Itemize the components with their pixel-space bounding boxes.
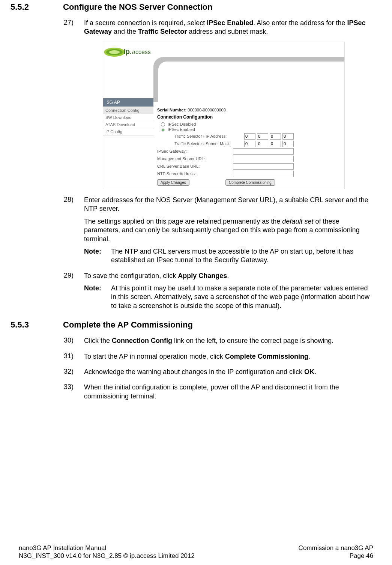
text: address and subnet mask. xyxy=(187,28,268,35)
text-bold: OK xyxy=(304,368,314,376)
radio-ipsec-enabled-row: IPSec Enabled xyxy=(161,127,341,132)
ts-mask-octet-4[interactable] xyxy=(282,141,294,147)
config-header: Connection Configuration xyxy=(157,114,341,120)
radio-ipsec-enabled[interactable] xyxy=(161,128,165,132)
sidebar: Connection Config SW Download ATAS Downl… xyxy=(103,107,153,189)
radio-ipsec-disabled-row: IPSec Disabled xyxy=(161,122,341,127)
ts-ip-octet-4[interactable] xyxy=(282,133,294,140)
step-27: 27) If a secure connection is required, … xyxy=(64,19,373,36)
ts-mask-label: Traffic Selector - Subnet Mask: xyxy=(174,141,244,146)
section-number: 5.5.2 xyxy=(11,2,63,12)
text-bold: IPSec Enabled xyxy=(207,19,253,27)
text-italic: default set xyxy=(282,218,313,225)
section-5-5-3-heading: 5.5.3 Complete the AP Commissioning xyxy=(11,320,373,330)
step-text: When the initial configuration is comple… xyxy=(84,383,373,401)
note-label: Note: xyxy=(84,284,111,310)
footer-manual-title: nano3G AP Installation Manual xyxy=(19,544,195,552)
step-text: Acknowledge the warning about changes in… xyxy=(84,368,373,376)
ts-mask-octet-2[interactable] xyxy=(257,141,268,147)
step-29: 29) To save the configuration, click App… xyxy=(64,272,373,280)
footer-copyright: N3G_INST_300 v14.0 for N3G_2.85 © ip.acc… xyxy=(19,552,195,560)
step-text: To save the configuration, click Apply C… xyxy=(84,272,373,280)
svg-text:access: access xyxy=(132,49,151,55)
step-text: Enter addresses for the NOS Server (Mana… xyxy=(84,196,373,213)
text-bold: Complete Commissioning xyxy=(225,353,308,360)
serial-label: Serial Number: xyxy=(157,108,186,112)
mgmt-url-input[interactable] xyxy=(233,156,294,162)
serial-value: 000000-0000000000 xyxy=(188,108,226,112)
serial-number-row: Serial Number: 000000-0000000000 xyxy=(157,108,341,112)
config-ui-screenshot: ip. access 3G AP Connection Config SW Do… xyxy=(103,42,345,189)
text: . xyxy=(227,272,229,279)
step-number: 30) xyxy=(64,337,84,345)
text: Acknowledge the warning about changes in… xyxy=(84,368,304,376)
note-1: Note: The NTP and CRL servers must be ac… xyxy=(84,247,373,265)
mgmt-url-label: Management Server URL: xyxy=(157,156,233,161)
crl-url-label: CRL Server Base URL: xyxy=(157,164,233,168)
section-5-5-2-heading: 5.5.2 Configure the NOS Server Connectio… xyxy=(11,2,373,12)
radio-ipsec-disabled-label: IPSec Disabled xyxy=(168,122,196,126)
step-number: 33) xyxy=(64,383,84,401)
text: To save the configuration, click xyxy=(84,272,178,279)
step-31: 31) To start the AP in normal operation … xyxy=(64,352,373,361)
note-label: Note: xyxy=(84,247,111,265)
radio-ipsec-enabled-label: IPSec Enabled xyxy=(168,127,195,132)
tab-3g-ap[interactable]: 3G AP xyxy=(103,98,153,107)
step-28-para: The settings applied on this page are re… xyxy=(84,217,373,243)
ts-mask-octet-1[interactable] xyxy=(244,141,255,147)
ipsec-gateway-label: IPSec Gateway: xyxy=(157,149,233,153)
header-curve-white xyxy=(158,62,344,107)
ts-ip-octet-2[interactable] xyxy=(257,133,268,140)
sidebar-item-sw-download[interactable]: SW Download xyxy=(103,114,153,121)
ts-ip-octet-3[interactable] xyxy=(270,133,281,140)
section-title: Configure the NOS Server Connection xyxy=(63,2,213,12)
radio-ipsec-disabled[interactable] xyxy=(161,122,165,126)
note-2: Note: At this point it may be useful to … xyxy=(84,284,373,310)
ui-header: ip. access 3G AP xyxy=(103,42,344,68)
ts-mask-octet-3[interactable] xyxy=(270,141,281,147)
note-body: The NTP and CRL servers must be accessib… xyxy=(111,247,373,265)
text-bold: Traffic Selector xyxy=(138,28,187,35)
crl-url-row: CRL Server Base URL: xyxy=(157,163,341,170)
note-body: At this point it may be useful to make a… xyxy=(111,284,373,310)
svg-point-2 xyxy=(109,50,120,54)
text: If a secure connection is required, sele… xyxy=(84,19,207,27)
ntp-input[interactable] xyxy=(233,171,294,177)
step-number: 32) xyxy=(64,368,84,376)
footer-page: Page 46 xyxy=(299,552,373,560)
main-panel: Serial Number: 000000-0000000000 Connect… xyxy=(153,107,344,189)
sidebar-item-atas-download[interactable]: ATAS Download xyxy=(103,121,153,128)
text: . Also enter the address for the xyxy=(253,19,347,27)
button-row: Apply Changes Complete Commissioning xyxy=(157,179,341,186)
text: . xyxy=(314,368,316,376)
ts-ip-octet-1[interactable] xyxy=(244,133,255,140)
text: The settings applied on this page are re… xyxy=(84,218,282,225)
text: Click the xyxy=(84,337,112,344)
step-text: If a secure connection is required, sele… xyxy=(84,19,373,36)
apply-changes-button[interactable]: Apply Changes xyxy=(157,179,189,186)
text: . xyxy=(308,353,310,360)
step-text: To start the AP in normal operation mode… xyxy=(84,352,373,361)
sidebar-item-connection-config[interactable]: Connection Config xyxy=(103,107,153,114)
footer-section: Commission a nano3G AP xyxy=(299,544,373,552)
step-number: 31) xyxy=(64,352,84,361)
step-30: 30) Click the Connection Config link on … xyxy=(64,337,373,345)
text: and the xyxy=(112,28,138,35)
ts-mask-row: Traffic Selector - Subnet Mask: xyxy=(174,141,341,147)
ntp-label: NTP Server Address: xyxy=(157,171,233,176)
section-number: 5.5.3 xyxy=(11,320,63,330)
crl-url-input[interactable] xyxy=(233,163,294,170)
text: link on the left, to ensure the correct … xyxy=(172,337,333,344)
sidebar-item-ip-config[interactable]: IP Config xyxy=(103,128,153,135)
ipaccess-logo: ip. access xyxy=(103,43,154,62)
footer-right: Commission a nano3G AP Page 46 xyxy=(299,544,373,560)
step-text: Click the Connection Config link on the … xyxy=(84,337,373,345)
step-32: 32) Acknowledge the warning about change… xyxy=(64,368,373,376)
ntp-row: NTP Server Address: xyxy=(157,171,341,177)
step-number: 28) xyxy=(64,196,84,213)
step-number: 29) xyxy=(64,272,84,280)
ts-ip-row: Traffic Selector - IP Address: xyxy=(174,133,341,140)
complete-commissioning-button[interactable]: Complete Commissioning xyxy=(225,179,275,186)
text-bold: Apply Changes xyxy=(178,272,227,279)
ipsec-gateway-input[interactable] xyxy=(233,148,294,155)
